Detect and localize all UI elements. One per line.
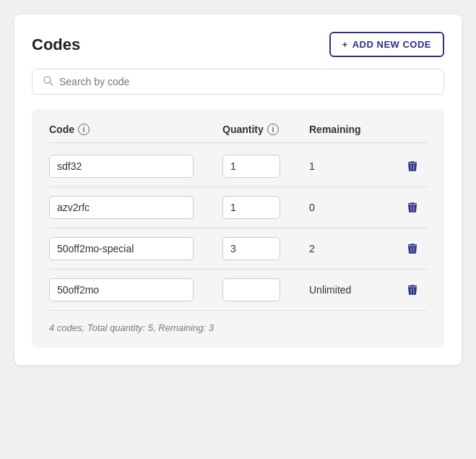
table-row: Unlimited bbox=[49, 270, 427, 311]
add-button-label: ADD NEW CODE bbox=[352, 39, 431, 50]
code-info-icon[interactable]: i bbox=[78, 124, 90, 135]
table-row: 1 bbox=[49, 146, 427, 187]
search-icon bbox=[43, 75, 53, 88]
table-footer: 4 codes, Total quantity: 5, Remaining: 3 bbox=[49, 322, 427, 333]
code-cell-1 bbox=[49, 155, 222, 178]
quantity-cell-1 bbox=[222, 155, 309, 178]
remaining-cell-3: 2 bbox=[309, 243, 398, 254]
remaining-cell-1: 1 bbox=[309, 160, 398, 172]
svg-line-1 bbox=[50, 82, 53, 85]
codes-card: Codes + ADD NEW CODE Code i Quantity i bbox=[14, 14, 462, 365]
delete-button-1[interactable] bbox=[398, 157, 427, 176]
delete-button-4[interactable] bbox=[398, 280, 427, 299]
quantity-input-2[interactable] bbox=[222, 196, 280, 219]
table-header: Code i Quantity i Remaining bbox=[49, 124, 427, 143]
quantity-cell-2 bbox=[222, 196, 309, 219]
code-input-3[interactable] bbox=[49, 237, 194, 260]
quantity-info-icon[interactable]: i bbox=[267, 124, 279, 135]
plus-icon: + bbox=[342, 39, 348, 50]
code-input-4[interactable] bbox=[49, 278, 194, 301]
quantity-cell-4 bbox=[222, 278, 309, 301]
code-input-1[interactable] bbox=[49, 155, 194, 178]
code-cell-3 bbox=[49, 237, 222, 260]
quantity-cell-3 bbox=[222, 237, 309, 260]
quantity-input-1[interactable] bbox=[222, 155, 280, 178]
card-header: Codes + ADD NEW CODE bbox=[32, 32, 444, 57]
column-header-code: Code i bbox=[49, 124, 222, 135]
remaining-cell-4: Unlimited bbox=[309, 284, 398, 296]
column-header-quantity: Quantity i bbox=[222, 124, 309, 135]
table-row: 0 bbox=[49, 187, 427, 228]
code-input-2[interactable] bbox=[49, 196, 194, 219]
quantity-input-3[interactable] bbox=[222, 237, 280, 260]
quantity-input-4[interactable] bbox=[222, 278, 280, 301]
page-title: Codes bbox=[32, 35, 80, 54]
delete-button-3[interactable] bbox=[398, 239, 427, 258]
codes-table-container: Code i Quantity i Remaining 1 bbox=[32, 109, 444, 348]
add-new-code-button[interactable]: + ADD NEW CODE bbox=[329, 32, 444, 57]
code-cell-4 bbox=[49, 278, 222, 301]
search-bar bbox=[32, 69, 444, 95]
code-cell-2 bbox=[49, 196, 222, 219]
remaining-cell-2: 0 bbox=[309, 202, 398, 213]
table-row: 2 bbox=[49, 228, 427, 270]
delete-button-2[interactable] bbox=[398, 198, 427, 217]
column-header-remaining: Remaining bbox=[309, 124, 398, 135]
search-input[interactable] bbox=[59, 76, 433, 87]
